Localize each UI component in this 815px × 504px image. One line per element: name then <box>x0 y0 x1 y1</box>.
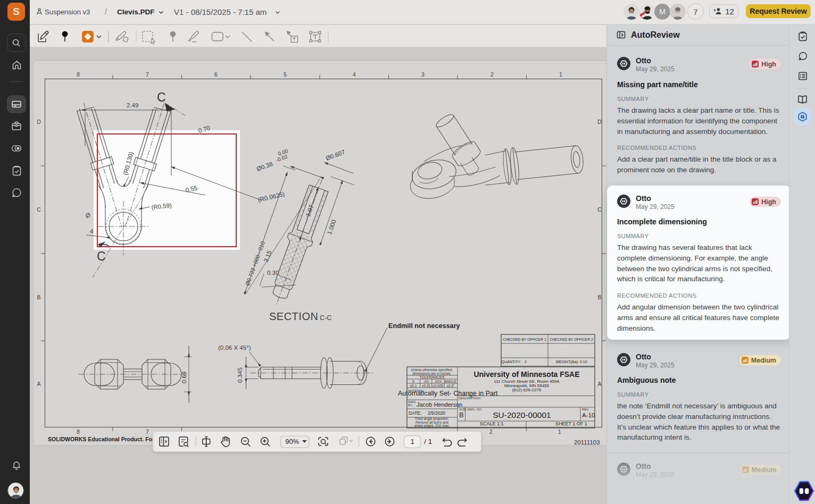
svg-text:3.15: 3.15 <box>263 250 273 263</box>
svg-text:±0.01: ±0.01 <box>422 384 431 388</box>
svg-text:(612) 626-2276: (612) 626-2276 <box>512 388 542 392</box>
svg-text:4: 4 <box>353 71 356 78</box>
svg-text:.XX: .XX <box>423 380 429 383</box>
svg-text:2.49: 2.49 <box>127 102 138 108</box>
svg-text:2/5/2020: 2/5/2020 <box>428 410 445 416</box>
svg-text:Endmill not necessary: Endmill not necessary <box>388 322 460 330</box>
svg-text:CHECKED BY OFFICER 2: CHECKED BY OFFICER 2 <box>550 338 593 341</box>
svg-text:A: A <box>37 381 40 387</box>
svg-text:CHECKED BY OFFICER 1: CHECKED BY OFFICER 1 <box>503 338 546 341</box>
svg-text:WEIGHT(lbs): 0.10: WEIGHT(lbs): 0.10 <box>555 360 587 364</box>
svg-text:0.30: 0.30 <box>267 270 279 276</box>
svg-text:A-10: A-10 <box>582 412 595 418</box>
svg-text:Ø0.607: Ø0.607 <box>325 149 346 162</box>
svg-text:C: C <box>597 206 602 213</box>
svg-text:0.345: 0.345 <box>237 367 243 383</box>
svg-text:±0.5°: ±0.5° <box>446 384 455 388</box>
svg-text:University of Minnesota FSAE: University of Minnesota FSAE <box>473 370 579 379</box>
svg-text:Ø0.38: Ø0.38 <box>256 161 274 172</box>
svg-text:1.000: 1.000 <box>326 219 337 236</box>
svg-text:1: 1 <box>558 429 561 435</box>
svg-text:B: B <box>597 294 601 300</box>
svg-text:C: C <box>37 206 41 213</box>
svg-text:SECTION: SECTION <box>269 310 318 322</box>
svg-text:±0.1: ±0.1 <box>410 384 417 388</box>
svg-text:C: C <box>157 90 166 104</box>
svg-text:DATE:: DATE: <box>409 410 421 416</box>
svg-text:1: 1 <box>410 438 414 446</box>
svg-text:20111103: 20111103 <box>574 439 600 446</box>
svg-text:X: X <box>412 380 415 383</box>
svg-text:B: B <box>459 411 464 419</box>
svg-text:DWG. NO.: DWG. NO. <box>467 408 483 411</box>
svg-text:4: 4 <box>90 228 94 234</box>
svg-text:Ø: Ø <box>85 212 91 219</box>
svg-text:TOLERANCES: TOLERANCES <box>419 375 445 379</box>
svg-text:SU-2020-00001: SU-2020-00001 <box>493 410 551 419</box>
svg-text:0.69: 0.69 <box>181 372 187 383</box>
svg-text:REV.: REV. <box>582 408 589 411</box>
svg-text:7: 7 <box>146 71 149 78</box>
svg-text:ANGLE: ANGLE <box>445 380 457 383</box>
svg-text:2: 2 <box>525 360 527 364</box>
svg-text:/ 1: / 1 <box>424 438 432 446</box>
svg-text:BY:: BY: <box>408 404 413 407</box>
svg-text:SHEET 1 OF 1: SHEET 1 OF 1 <box>555 421 587 426</box>
svg-text:7: 7 <box>146 429 149 435</box>
svg-text:.XXX: .XXX <box>434 380 442 383</box>
svg-text:8: 8 <box>77 71 80 78</box>
svg-text:Automatically Set- Change in P: Automatically Set- Change in Part <box>398 390 498 397</box>
svg-text:±0.005: ±0.005 <box>433 384 443 388</box>
svg-text:-0.02: -0.02 <box>275 154 289 163</box>
svg-text:2: 2 <box>490 71 494 78</box>
svg-text:(0.06 X 45°): (0.06 X 45°) <box>218 345 251 351</box>
svg-text:1.07: 1.07 <box>305 204 315 217</box>
svg-text:D: D <box>597 119 602 125</box>
svg-text:6: 6 <box>214 71 218 78</box>
svg-text:dimensions are in inches.: dimensions are in inches. <box>412 372 452 375</box>
svg-text:C: C <box>97 249 106 263</box>
svg-text:A: A <box>597 381 601 387</box>
svg-text:3: 3 <box>421 71 425 78</box>
svg-text:5: 5 <box>284 71 287 78</box>
svg-text:sharp edges .010 max.: sharp edges .010 max. <box>414 424 450 428</box>
svg-text:1: 1 <box>559 71 562 78</box>
svg-text:SOLIDWORKS Educational Product: SOLIDWORKS Educational Product. For Ins <box>48 436 164 442</box>
svg-text:(R0.0625): (R0.0625) <box>257 191 286 203</box>
svg-text:QUANTITY:: QUANTITY: <box>502 360 521 364</box>
svg-text:Jacob Henderson: Jacob Henderson <box>417 401 462 408</box>
svg-text:B: B <box>37 294 40 300</box>
svg-text:8: 8 <box>77 429 80 435</box>
svg-text:D: D <box>37 119 41 125</box>
svg-text:2: 2 <box>489 429 493 435</box>
svg-text:SCALE 1:1: SCALE 1:1 <box>480 421 504 426</box>
svg-text:C-C: C-C <box>320 314 331 322</box>
svg-text:90%: 90% <box>285 438 299 446</box>
